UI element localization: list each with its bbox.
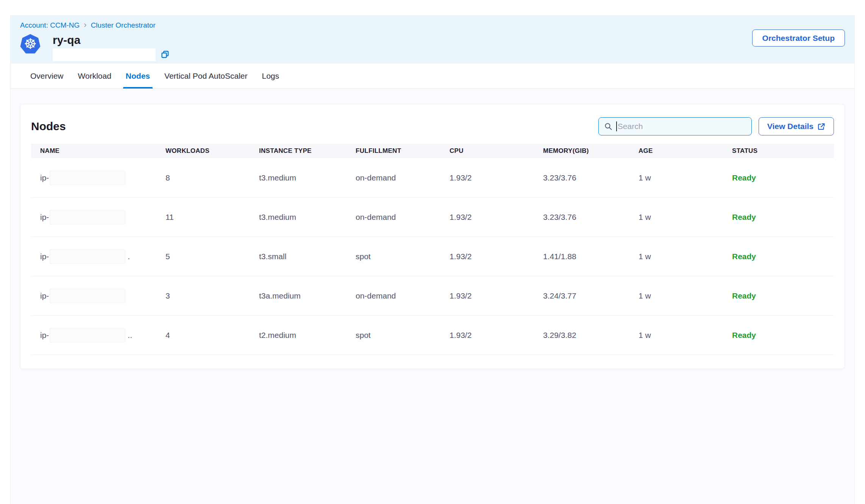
- breadcrumb-chevron-icon: ›: [84, 22, 86, 28]
- memory-cell: 3.29/3.82: [543, 331, 639, 340]
- cpu-cell: 1.93/2: [450, 331, 543, 340]
- column-header-age: AGE: [639, 147, 732, 155]
- workloads-cell: 5: [166, 252, 259, 261]
- fulfillment-cell: on-demand: [356, 291, 450, 300]
- cpu-cell: 1.93/2: [450, 291, 543, 300]
- tab-logs[interactable]: Logs: [262, 64, 279, 88]
- workloads-cell: 3: [166, 291, 259, 300]
- fulfillment-cell: on-demand: [356, 173, 450, 182]
- nodes-table-body: ip- 8 t3.medium on-demand 1.93/2 3.23/3.…: [31, 158, 834, 355]
- view-details-button[interactable]: View Details: [759, 117, 834, 135]
- page-header: Account: CCM-NG › Cluster Orchestrator ☸…: [11, 15, 854, 64]
- node-name-cell: ip- ..: [31, 328, 166, 342]
- instance-type-cell: t2.medium: [259, 331, 356, 340]
- view-details-label: View Details: [767, 122, 813, 131]
- search-input[interactable]: [617, 122, 742, 131]
- tab-overview[interactable]: Overview: [30, 64, 64, 88]
- tab-bar: Overview Workload Nodes Vertical Pod Aut…: [11, 64, 854, 89]
- tab-workload[interactable]: Workload: [78, 64, 111, 88]
- nodes-panel-title: Nodes: [31, 120, 66, 133]
- nodes-panel: Nodes View Details: [20, 104, 845, 369]
- search-icon: [604, 122, 613, 131]
- age-cell: 1 w: [639, 252, 732, 261]
- memory-cell: 3.23/3.76: [543, 173, 639, 182]
- kubernetes-logo-icon: ☸: [20, 34, 41, 54]
- memory-cell: 3.23/3.76: [543, 213, 639, 222]
- breadcrumb: Account: CCM-NG › Cluster Orchestrator: [20, 21, 845, 30]
- search-box: [598, 117, 752, 135]
- breadcrumb-cluster-orchestrator-link[interactable]: Cluster Orchestrator: [91, 21, 156, 30]
- memory-cell: 3.24/3.77: [543, 291, 639, 300]
- node-name-cell: ip-: [31, 289, 166, 303]
- table-row[interactable]: ip- 11 t3.medium on-demand 1.93/2 3.23/3…: [31, 198, 834, 237]
- node-name-redacted: [50, 328, 125, 342]
- workloads-cell: 11: [166, 213, 259, 222]
- cpu-cell: 1.93/2: [450, 173, 543, 182]
- cpu-cell: 1.93/2: [450, 213, 543, 222]
- status-badge: Ready: [732, 291, 835, 300]
- node-name-cell: ip- .: [31, 249, 166, 264]
- column-header-memory: MEMORY(GIB): [543, 147, 639, 155]
- column-header-status: STATUS: [732, 147, 835, 155]
- node-name-redacted: [50, 249, 125, 264]
- fulfillment-cell: spot: [356, 331, 450, 340]
- node-name-redacted: [50, 289, 125, 303]
- column-header-cpu: CPU: [450, 147, 543, 155]
- instance-type-cell: t3.small: [259, 252, 356, 261]
- status-badge: Ready: [732, 252, 835, 261]
- instance-type-cell: t3.medium: [259, 213, 356, 222]
- external-link-icon: [817, 123, 825, 131]
- node-name-cell: ip-: [31, 210, 166, 224]
- node-name-redacted: [50, 210, 125, 224]
- status-badge: Ready: [732, 213, 835, 222]
- tab-nodes[interactable]: Nodes: [126, 64, 150, 88]
- main-area: Nodes View Details: [11, 89, 854, 369]
- status-badge: Ready: [732, 173, 835, 182]
- fulfillment-cell: spot: [356, 252, 450, 261]
- breadcrumb-account-link[interactable]: Account: CCM-NG: [20, 21, 80, 30]
- tab-vertical-pod-autoscaler[interactable]: Vertical Pod AutoScaler: [164, 64, 247, 88]
- column-header-instance-type: INSTANCE TYPE: [259, 147, 356, 155]
- table-row[interactable]: ip- . 5 t3.small spot 1.93/2 1.41/1.88 1…: [31, 237, 834, 276]
- table-row[interactable]: ip- .. 4 t2.medium spot 1.93/2 3.29/3.82…: [31, 316, 834, 355]
- table-row[interactable]: ip- 8 t3.medium on-demand 1.93/2 3.23/3.…: [31, 158, 834, 198]
- column-header-name: NAME: [31, 147, 166, 155]
- copy-button[interactable]: [161, 50, 169, 60]
- instance-type-cell: t3a.medium: [259, 291, 356, 300]
- age-cell: 1 w: [639, 173, 732, 182]
- status-badge: Ready: [732, 331, 835, 340]
- orchestrator-setup-button[interactable]: Orchestrator Setup: [752, 30, 845, 47]
- table-row[interactable]: ip- 3 t3a.medium on-demand 1.93/2 3.24/3…: [31, 276, 834, 316]
- node-name-redacted: [50, 171, 125, 185]
- column-header-fulfillment: FULFILLMENT: [356, 147, 450, 155]
- workloads-cell: 4: [166, 331, 259, 340]
- instance-type-cell: t3.medium: [259, 173, 356, 182]
- column-header-workloads: WORKLOADS: [166, 147, 259, 155]
- memory-cell: 1.41/1.88: [543, 252, 639, 261]
- nodes-table-header: NAME WORKLOADS INSTANCE TYPE FULFILLMENT…: [31, 144, 834, 158]
- age-cell: 1 w: [639, 291, 732, 300]
- cpu-cell: 1.93/2: [450, 252, 543, 261]
- cluster-title: ry-qa: [53, 34, 169, 46]
- fulfillment-cell: on-demand: [356, 213, 450, 222]
- workloads-cell: 8: [166, 173, 259, 182]
- app-content: Account: CCM-NG › Cluster Orchestrator ☸…: [10, 15, 855, 504]
- age-cell: 1 w: [639, 331, 732, 340]
- age-cell: 1 w: [639, 213, 732, 222]
- cluster-id-redacted: [53, 48, 156, 61]
- copy-icon: [161, 50, 169, 60]
- node-name-cell: ip-: [31, 171, 166, 185]
